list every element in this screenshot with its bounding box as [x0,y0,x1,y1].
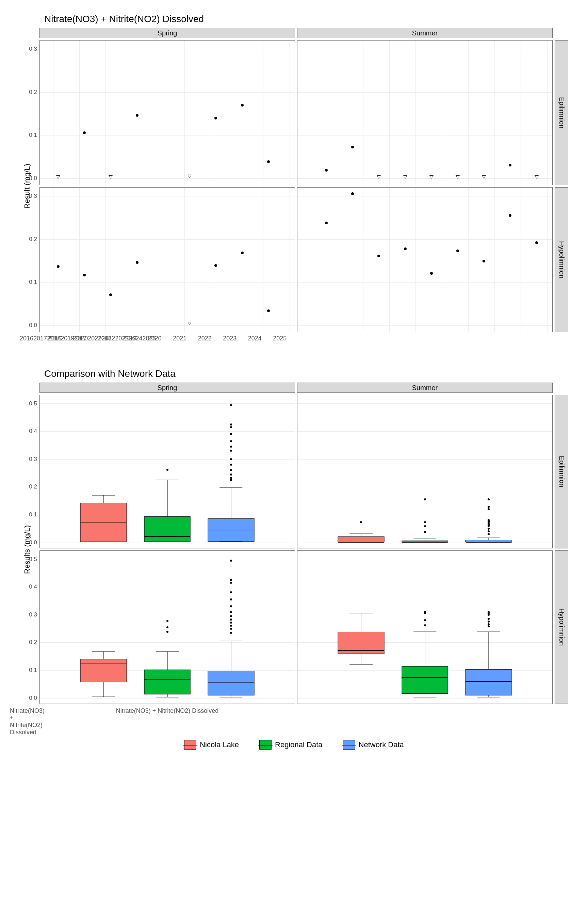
boxpanel-summer-epi [297,395,552,548]
legend: Nicola Lake Regional Data Network Data [17,740,571,750]
scatter-chart: Nitrate(NO3) + Nitrite(NO2) Dissolved Sp… [17,14,571,348]
boxpanel-summer-hypo [297,550,552,704]
legend-label: Nicola Lake [200,740,239,749]
col-strip-summer: Summer [297,28,552,38]
col-strip-spring: Spring [39,28,295,38]
panel-spring-hypo: 0.00.10.20.3 [39,187,295,332]
boxplot-chart: Comparison with Network Data Spring Summ… [17,368,571,719]
row-strip-epi: Epilimnion [555,40,568,185]
panel-summer-epi [297,40,552,185]
row-strip-hypo2: Hypolimnion [555,550,568,704]
col-strip-summer2: Summer [297,383,552,393]
scatter-xaxis-right: 2016201720182019202020212022202320242025 [39,334,295,348]
col-strip-spring2: Spring [39,383,295,393]
legend-key-icon [343,740,355,750]
boxpanel-spring-epi: 0.00.10.20.30.40.5 [39,395,295,548]
legend-item-regional: Regional Data [259,740,322,750]
scatter-title: Nitrate(NO3) + Nitrite(NO2) Dissolved [44,14,571,24]
boxplot-xaxis-right: Nitrate(NO3) + Nitrite(NO2) Dissolved [39,706,295,719]
legend-item-network: Network Data [343,740,404,750]
panel-summer-hypo [297,187,552,332]
legend-label: Regional Data [275,740,322,749]
legend-key-icon [184,740,196,750]
boxplot-title: Comparison with Network Data [44,368,571,379]
row-strip-hypo: Hypolimnion [555,187,568,332]
boxplot-xaxis-left: Nitrate(NO3) + Nitrite(NO2) Dissolved [17,706,37,719]
row-strip-epi2: Epilimnion [555,395,568,548]
panel-spring-epi: 0.00.10.20.3 [39,40,295,185]
legend-item-nicola: Nicola Lake [184,740,239,750]
legend-key-icon [259,740,271,750]
boxpanel-spring-hypo: 0.00.10.20.30.40.5 [39,550,295,704]
scatter-xaxis-left: 2016201720182019202020212022202320242025 [17,334,37,348]
legend-label: Network Data [359,740,404,749]
